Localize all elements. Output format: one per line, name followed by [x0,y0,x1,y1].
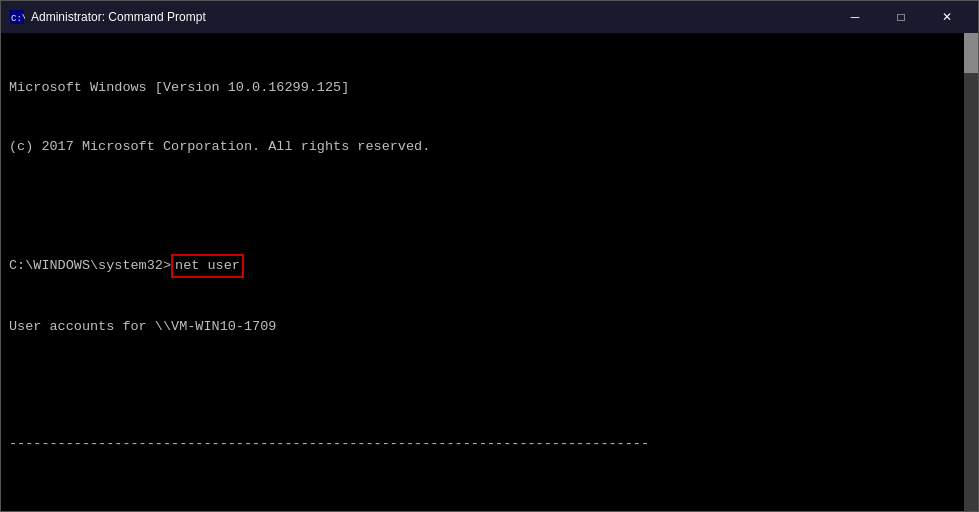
netuser-command: net user [171,254,244,278]
maximize-button[interactable]: □ [878,1,924,33]
console-area[interactable]: Microsoft Windows [Version 10.0.16299.12… [1,33,978,511]
close-button[interactable]: ✕ [924,1,970,33]
cmd-window: C:\ Administrator: Command Prompt ─ □ ✕ … [0,0,979,512]
accounts-row-1: AdministratorDefaultAccountGuest [9,493,970,511]
line-user-accounts: User accounts for \\VM-WIN10-1709 [9,317,970,337]
title-bar: C:\ Administrator: Command Prompt ─ □ ✕ [1,1,978,33]
window-title: Administrator: Command Prompt [31,10,832,24]
scrollbar[interactable] [964,33,978,511]
minimize-button[interactable]: ─ [832,1,878,33]
console-output: Microsoft Windows [Version 10.0.16299.12… [9,39,970,511]
cmd-icon: C:\ [9,9,25,25]
scrollbar-thumb[interactable] [964,33,978,73]
blank-line-1 [9,196,970,216]
separator-1: ----------------------------------------… [9,434,970,454]
blank-line-2 [9,376,970,396]
prompt-1: C:\WINDOWS\system32> [9,256,171,276]
line-version: Microsoft Windows [Version 10.0.16299.12… [9,78,970,98]
window-controls: ─ □ ✕ [832,1,970,33]
svg-text:C:\: C:\ [11,14,25,24]
line-copyright: (c) 2017 Microsoft Corporation. All righ… [9,137,970,157]
line-netuser-cmd: C:\WINDOWS\system32>net user [9,254,970,278]
